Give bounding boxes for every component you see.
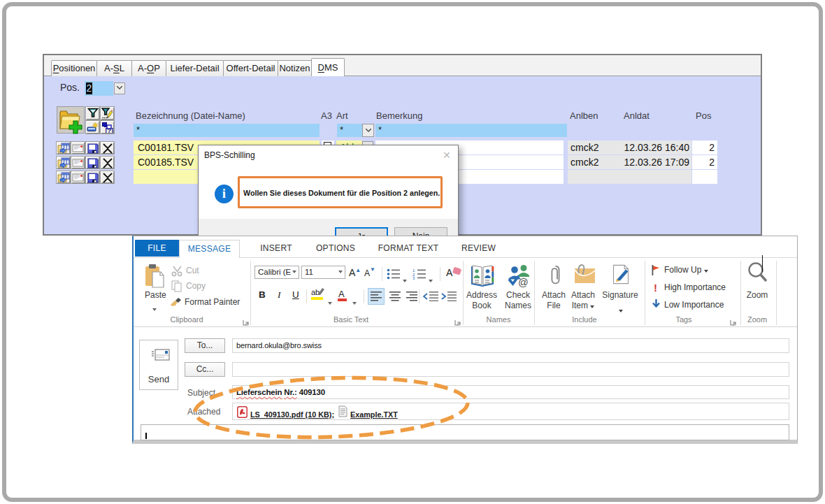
svg-text:@: @ (518, 277, 529, 287)
svg-text:3: 3 (412, 276, 415, 280)
svg-text:[?]: [?] (106, 127, 114, 134)
